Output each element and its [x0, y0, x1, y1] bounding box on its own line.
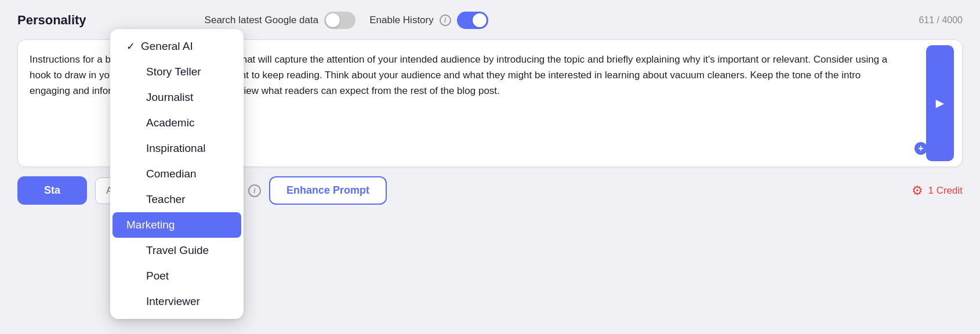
char-count: 611 / 4000 — [919, 15, 963, 26]
personality-label: Personality — [17, 13, 86, 28]
dropdown-item-label: Inspirational — [146, 142, 205, 155]
dropdown-item-label: Poet — [146, 270, 169, 282]
enable-history-label: Enable History — [369, 14, 434, 26]
send-icon: ► — [933, 95, 947, 111]
credit-label: 1 Credit — [928, 185, 963, 197]
dropdown-item-label: Teacher — [146, 193, 186, 206]
enable-history-section: Enable History i — [369, 12, 488, 29]
personality-dropdown[interactable]: ✓General AIStory TellerJournalistAcademi… — [110, 29, 244, 319]
dropdown-item[interactable]: Academic — [110, 110, 244, 136]
credit-section: ⚙ 1 Credit — [912, 183, 963, 198]
dropdown-item[interactable]: Story Teller — [110, 59, 244, 85]
advanced-info-icon[interactable]: i — [248, 184, 261, 197]
dropdown-item[interactable]: Travel Guide — [110, 238, 244, 263]
dropdown-item[interactable]: Teacher — [110, 187, 244, 212]
dropdown-item-label: Travel Guide — [146, 244, 209, 257]
dropdown-item[interactable]: Inspirational — [110, 136, 244, 161]
dropdown-item[interactable]: Marketing — [112, 212, 241, 238]
dropdown-item-label: Academic — [146, 117, 194, 129]
dropdown-item[interactable]: Poet — [110, 263, 244, 289]
search-google-section: Search latest Google data — [205, 12, 356, 29]
dropdown-item[interactable]: ✓General AI — [110, 34, 244, 59]
top-bar: Personality ✓General AIStory TellerJourn… — [17, 12, 963, 29]
dropdown-item-label: General AI — [141, 40, 193, 53]
check-icon: ✓ — [126, 40, 135, 53]
enable-history-info-icon[interactable]: i — [440, 14, 451, 26]
dropdown-item-label: Journalist — [146, 91, 193, 104]
credit-icon: ⚙ — [912, 183, 923, 198]
search-google-toggle[interactable] — [324, 12, 355, 29]
dropdown-item[interactable]: Journalist — [110, 85, 244, 110]
dropdown-item[interactable]: Interviewer — [110, 289, 244, 314]
start-button[interactable]: Sta — [17, 176, 87, 205]
dropdown-item[interactable]: Comedian — [110, 161, 244, 187]
dropdown-item-label: Story Teller — [146, 66, 201, 78]
send-button[interactable]: ► — [926, 45, 954, 161]
enable-history-toggle[interactable] — [457, 12, 488, 29]
dropdown-item-label: Comedian — [146, 168, 197, 180]
plus-badge[interactable]: + — [914, 142, 927, 155]
main-container: Personality ✓General AIStory TellerJourn… — [0, 0, 980, 334]
dropdown-item-label: Interviewer — [146, 295, 200, 308]
enhance-prompt-button[interactable]: Enhance Prompt — [269, 176, 387, 205]
search-google-label: Search latest Google data — [205, 14, 319, 26]
